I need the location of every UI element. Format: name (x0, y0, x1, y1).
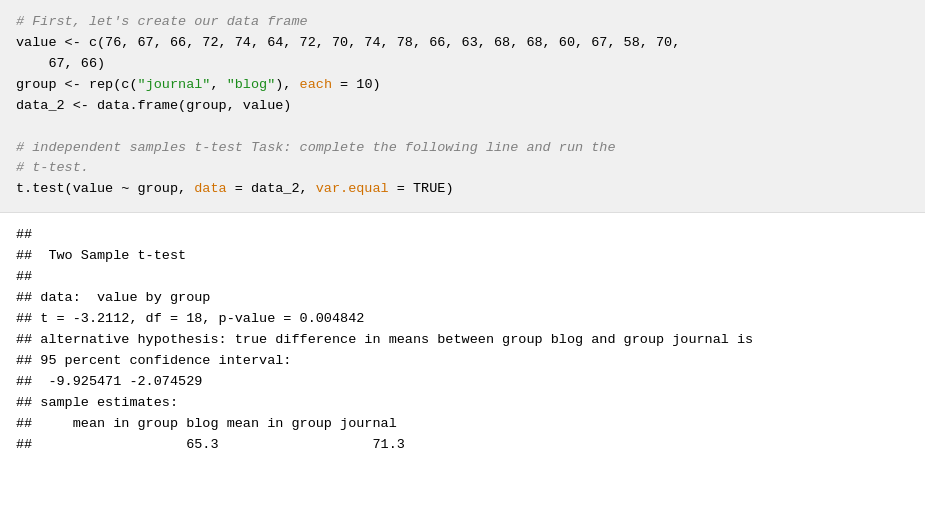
output-line-6: ## alternative hypothesis: true differen… (16, 330, 909, 351)
code-line-comment-3: # t-test. (16, 158, 909, 179)
output-line-3: ## (16, 267, 909, 288)
output-block: ## ## Two Sample t-test ## ## data: valu… (0, 213, 925, 467)
output-line-7: ## 95 percent confidence interval: (16, 351, 909, 372)
output-line-8: ## -9.925471 -2.074529 (16, 372, 909, 393)
output-line-5: ## t = -3.2112, df = 18, p-value = 0.004… (16, 309, 909, 330)
code-line-dataframe: data_2 <- data.frame(group, value) (16, 96, 909, 117)
output-line-1: ## (16, 225, 909, 246)
code-line-ttest: t.test(value ~ group, data = data_2, var… (16, 179, 909, 200)
output-line-4: ## data: value by group (16, 288, 909, 309)
code-line-comment-1: # First, let's create our data frame (16, 12, 909, 33)
output-line-2: ## Two Sample t-test (16, 246, 909, 267)
code-line-comment-2: # independent samples t-test Task: compl… (16, 138, 909, 159)
output-line-10: ## mean in group blog mean in group jour… (16, 414, 909, 435)
code-block: # First, let's create our data frame val… (0, 0, 925, 213)
code-line-value: value <- c(76, 67, 66, 72, 74, 64, 72, 7… (16, 33, 909, 54)
code-line-group: group <- rep(c("journal", "blog"), each … (16, 75, 909, 96)
code-line-blank1 (16, 117, 909, 138)
output-line-9: ## sample estimates: (16, 393, 909, 414)
code-line-value-cont: 67, 66) (16, 54, 909, 75)
output-line-11: ## 65.3 71.3 (16, 435, 909, 456)
